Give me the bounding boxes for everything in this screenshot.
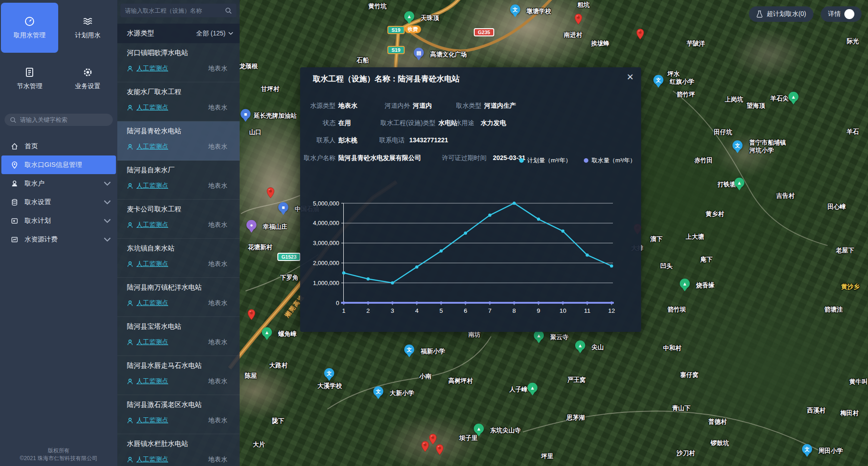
map-place-label: 粗坑 <box>577 1 590 9</box>
chart-icon <box>11 236 18 243</box>
toggle-knob[interactable] <box>844 9 854 19</box>
svg-text:7: 7 <box>488 307 492 314</box>
legend-dot-actual <box>584 158 588 163</box>
sidebar-item-water-users[interactable]: 取水户 <box>0 174 117 193</box>
manual-monitor-link[interactable]: 人工监测点 <box>136 299 168 307</box>
manual-monitor-link[interactable]: 人工监测点 <box>136 416 168 425</box>
water-source-type: 地表水 <box>208 65 227 73</box>
water-source-filter-bar: 水源类型 全部 (125) <box>117 24 240 43</box>
svg-text:5,000,000: 5,000,000 <box>313 200 339 207</box>
station-list-item[interactable]: 友能水厂取水工程人工监测点地表水 <box>117 82 240 121</box>
filter-dropdown[interactable]: 全部 (125) <box>196 30 233 38</box>
map-place-label: 庵下 <box>700 256 712 264</box>
map-place-label: 烧香缘 <box>696 281 715 290</box>
map-place-label: 田仔坑 <box>714 128 733 136</box>
manual-monitor-link[interactable]: 人工监测点 <box>136 456 168 464</box>
map-place-label: 山口 <box>249 128 261 136</box>
sidebar-item-home[interactable]: 首页 <box>0 137 117 155</box>
map-place-label: 黄沙乡 <box>841 283 860 291</box>
keyword-search-input[interactable] <box>20 116 88 123</box>
map-place-label: 大溪学校 <box>317 382 342 390</box>
detail-field-label: 取水用途 <box>300 118 474 127</box>
chevron-down-icon <box>228 32 233 35</box>
manual-monitor-link[interactable]: 人工监测点 <box>136 377 168 386</box>
map-place-label: 河坑小学 <box>749 146 774 155</box>
temple-marker-icon: ▲ <box>534 331 544 341</box>
chevron-down-icon <box>104 217 111 225</box>
map-place-label: 聚云寺 <box>550 333 569 341</box>
station-list-item[interactable]: 陆河县激石溪老区水电站人工监测点地表水 <box>117 395 240 434</box>
map-place-label: 普宁市船埔镇 <box>749 139 786 147</box>
station-search-input[interactable] <box>125 7 225 14</box>
fun-marker-icon: ● <box>246 220 256 230</box>
station-list-item[interactable]: 水唇镇水栏肚水电站人工监测点地表水 <box>117 434 240 466</box>
station-list-item[interactable]: 东坑镇自来水站人工监测点地表水 <box>117 239 240 278</box>
red-pin-icon[interactable] <box>421 441 429 454</box>
manual-monitor-link[interactable]: 人工监测点 <box>136 143 168 151</box>
tile-water-saving-mgmt[interactable]: 节水管理 <box>1 54 58 104</box>
manual-monitor-link[interactable]: 人工监测点 <box>136 65 168 73</box>
chevron-down-icon <box>104 236 111 243</box>
station-list-item[interactable]: 陆河县青砼水电站人工监测点地表水 <box>117 121 240 160</box>
map-place-label: 凹头 <box>660 262 672 271</box>
person-icon <box>127 261 133 267</box>
person-icon <box>127 144 133 150</box>
station-list-item[interactable]: 陆河县宝塔水电站人工监测点地表水 <box>117 317 240 356</box>
manual-monitor-link[interactable]: 人工监测点 <box>136 338 168 346</box>
svg-text:3,000,000: 3,000,000 <box>313 240 339 246</box>
search-icon <box>10 117 16 123</box>
station-list-item[interactable]: 麦卡公司取水工程人工监测点地表水 <box>117 200 240 239</box>
sidebar-item-water-billing[interactable]: 水资源计费 <box>0 230 117 249</box>
svg-text:6: 6 <box>464 307 467 314</box>
station-name: 友能水厂取水工程 <box>127 88 227 96</box>
person-icon <box>127 183 133 189</box>
station-detail-modal: 取水工程（设施）名称：陆河县青砼水电站 ✕ 水源类型地表水河道内外河道内取水类型… <box>300 67 641 332</box>
tile-business-settings[interactable]: 业务设置 <box>59 54 116 104</box>
manual-monitor-link[interactable]: 人工监测点 <box>136 182 168 190</box>
tile-planned-water[interactable]: 计划用水 <box>59 3 116 53</box>
map-place-label: 际光 <box>847 37 859 45</box>
tile-water-usage-mgmt[interactable]: 取用水管理 <box>1 3 58 53</box>
station-name: 水唇镇水栏肚水电站 <box>127 440 227 448</box>
station-list-item[interactable]: 陆河县南万镇杞洋水电站人工监测点地表水 <box>117 278 240 317</box>
sidebar-item-withdrawal-plan[interactable]: 取水计划 <box>0 211 117 230</box>
detail-toggle[interactable]: 详情 <box>821 6 862 22</box>
station-list-item[interactable]: 陆河县水唇走马石水电站人工监测点地表水 <box>117 356 240 395</box>
red-pin-icon[interactable] <box>436 444 444 457</box>
keyword-search-box[interactable] <box>5 114 113 126</box>
chart-legend: 计划量（m³/年） 取水量（m³/年） <box>519 156 636 165</box>
map-place-label: 甘坪村 <box>261 85 280 93</box>
over-plan-withdrawal-button[interactable]: 超计划取水(0) <box>749 6 813 22</box>
flask-icon <box>756 10 763 18</box>
peak-marker-icon: ▲ <box>262 327 272 337</box>
svg-text:11: 11 <box>584 307 590 314</box>
water-source-type: 地表水 <box>208 456 227 464</box>
close-icon[interactable]: ✕ <box>627 73 634 81</box>
station-list-item[interactable]: 陆河县自来水厂人工监测点地表水 <box>117 160 240 200</box>
station-list-item[interactable]: 河口镇唱歌潭水电站人工监测点地表水 <box>117 43 240 82</box>
red-pin-icon[interactable] <box>247 309 256 322</box>
manual-monitor-link[interactable]: 人工监测点 <box>136 221 168 229</box>
sidebar-item-withdrawal-settings[interactable]: 取水设置 <box>0 193 117 211</box>
sidebar-item-gis-info[interactable]: 取水口GIS信息管理 <box>1 155 116 174</box>
red-pin-icon[interactable] <box>266 187 275 200</box>
water-source-type: 地表水 <box>208 338 227 346</box>
water-source-type: 地表水 <box>208 260 227 268</box>
map-place-label: 羊石 <box>847 128 859 136</box>
peak-marker-icon: ▲ <box>404 11 414 21</box>
legend-item-actual: 取水量（m³/年） <box>584 156 636 165</box>
map-place-label: 黄乡村 <box>706 210 724 218</box>
map-place-label: 溜下 <box>650 235 662 243</box>
map-place-label: 箭塘洼 <box>824 306 843 314</box>
manual-monitor-link[interactable]: 人工监测点 <box>136 260 168 268</box>
peak-marker-icon: ▲ <box>575 341 585 351</box>
map-place-label: 严王窝 <box>567 376 586 384</box>
copyright: 版权所有 ©2021 珠海市仁智科技有限公司 <box>0 447 117 462</box>
svg-text:5: 5 <box>439 307 443 314</box>
red-pin-icon[interactable] <box>636 29 644 42</box>
road-badge: G1523 <box>277 253 301 261</box>
station-search-box[interactable] <box>120 4 236 17</box>
manual-monitor-link[interactable]: 人工监测点 <box>136 104 168 112</box>
map-place-label: 望海顶 <box>747 102 765 110</box>
red-pin-icon[interactable] <box>574 14 582 27</box>
